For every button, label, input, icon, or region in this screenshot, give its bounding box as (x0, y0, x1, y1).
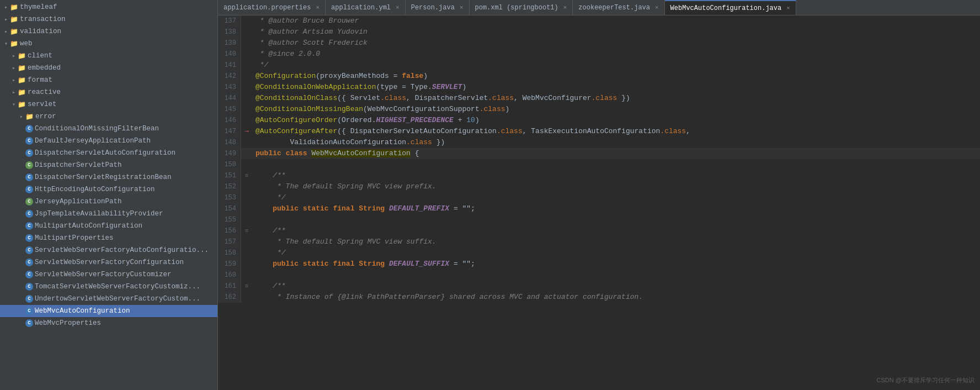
line-number: 140 (218, 49, 241, 60)
tree-item-ServletWebServerFactoryCustomizer[interactable]: CServletWebServerFactoryCustomizer (0, 268, 217, 281)
tree-item-HttpEncodingAutoConfiguration[interactable]: CHttpEncodingAutoConfiguration (0, 183, 217, 196)
code-row: 143@ConditionalOnWebApplication(type = T… (218, 82, 980, 93)
tab-webmvc-config[interactable]: WebMvcAutoConfiguration.java× (665, 0, 796, 15)
tab-zookeeper-test[interactable]: zookeeperTest.java× (573, 0, 664, 15)
tree-item-TomcatServletWebServerFactoryCustomiz[interactable]: CTomcatServletWebServerFactoryCustomiz..… (0, 281, 217, 293)
line-gutter (241, 137, 252, 148)
folder-icon: 📁 (18, 88, 26, 97)
line-content: */ (252, 247, 980, 259)
line-content: public class WebMvcAutoConfiguration { (252, 148, 980, 159)
tree-item-DispatcherServletAutoConfiguration[interactable]: CDispatcherServletAutoConfiguration (0, 147, 217, 159)
fold-icon[interactable]: ≡ (245, 172, 249, 179)
tree-item-ConditionalOnMissingFilterBean[interactable]: CConditionalOnMissingFilterBean (0, 123, 217, 135)
tree-item-DispatcherServletRegistrationBean[interactable]: CDispatcherServletRegistrationBean (0, 171, 217, 183)
tree-item-WebMvcAutoConfiguration[interactable]: CWebMvcAutoConfiguration (0, 305, 217, 317)
tree-item-error[interactable]: ▸📁error (0, 110, 217, 123)
tree-item-MultipartAutoConfiguration[interactable]: CMultipartAutoConfiguration (0, 220, 217, 232)
tab-close-button[interactable]: × (316, 4, 319, 11)
tree-item-MultipartProperties[interactable]: CMultipartProperties (0, 232, 217, 244)
class-icon: C (25, 210, 33, 218)
line-gutter (241, 214, 252, 225)
tab-person-java[interactable]: Person.java× (406, 0, 470, 15)
line-number: 153 (218, 192, 241, 203)
line-number: 154 (218, 203, 241, 214)
tab-close-button[interactable]: × (460, 4, 464, 11)
folder-icon: 📁 (10, 3, 18, 12)
tree-item-label: reactive (28, 88, 61, 96)
line-gutter (241, 192, 252, 203)
tab-app-properties[interactable]: application.properties× (218, 0, 326, 15)
line-content: @AutoConfigureOrder(Ordered.HIGHEST_PREC… (252, 115, 980, 126)
tree-item-DispatcherServletPath[interactable]: CDispatcherServletPath (0, 159, 217, 171)
tab-close-button[interactable]: × (396, 4, 400, 11)
tree-item-servlet[interactable]: ▾📁servlet (0, 98, 217, 110)
line-content: * @author Scott Frederick (252, 38, 980, 49)
line-number: 162 (218, 292, 241, 303)
code-row: 139 * @author Scott Frederick (218, 38, 980, 49)
class-icon: C (25, 246, 33, 254)
tree-item-transaction[interactable]: ▸📁transaction (0, 13, 217, 25)
line-content: */ (252, 60, 980, 71)
line-gutter (241, 159, 252, 170)
tree-item-JerseyApplicationPath[interactable]: CJerseyApplicationPath (0, 196, 217, 208)
tab-label: WebMvcAutoConfiguration.java (670, 4, 782, 12)
line-gutter (241, 49, 252, 60)
line-gutter (241, 38, 252, 49)
tab-app-yml[interactable]: application.yml× (326, 0, 406, 15)
line-number: 147 (218, 126, 241, 137)
line-number: 158 (218, 247, 241, 259)
line-gutter (241, 27, 252, 38)
line-number: 160 (218, 270, 241, 281)
folder-arrow-icon: ▸ (18, 113, 25, 120)
tab-close-button[interactable]: × (786, 5, 790, 12)
line-number: 142 (218, 71, 241, 82)
tree-item-label: embedded (28, 64, 61, 72)
line-gutter (241, 236, 252, 247)
tree-item-ServletWebServerFactoryAutoConfiguratio[interactable]: CServletWebServerFactoryAutoConfiguratio… (0, 244, 217, 256)
line-number: 146 (218, 115, 241, 126)
line-number: 161 (218, 281, 241, 292)
tree-item-JspTemplateAvailabilityProvider[interactable]: CJspTemplateAvailabilityProvider (0, 208, 217, 220)
fold-icon[interactable]: ≡ (245, 228, 249, 234)
tree-item-label: DispatcherServletAutoConfiguration (35, 149, 175, 157)
arrow-indicator-icon: → (244, 128, 248, 135)
tree-item-validation[interactable]: ▸📁validation (0, 25, 217, 38)
line-content: @ConditionalOnClass({ Servlet.class, Dis… (252, 93, 980, 104)
code-area[interactable]: 137 * @author Bruce Brouwer138 * @author… (218, 15, 980, 390)
tab-label: application.properties (223, 4, 311, 12)
folder-arrow-icon: ▸ (10, 65, 18, 71)
file-tree-panel[interactable]: ▸📁thymeleaf▸📁transaction▸📁validation▾📁we… (0, 0, 218, 390)
folder-icon: 📁 (25, 113, 34, 121)
code-row: 154 public static final String DEFAULT_P… (218, 203, 980, 214)
tree-item-embedded[interactable]: ▸📁embedded (0, 62, 217, 74)
tree-item-format[interactable]: ▸📁format (0, 74, 217, 86)
folder-icon: 📁 (10, 15, 18, 24)
tree-item-label: JspTemplateAvailabilityProvider (35, 210, 163, 218)
tree-item-ServletWebServerFactoryConfiguration[interactable]: CServletWebServerFactoryConfiguration (0, 256, 217, 268)
folder-arrow-icon: ▾ (10, 101, 18, 108)
code-row: 142@Configuration(proxyBeanMethods = fal… (218, 71, 980, 82)
tabs-bar[interactable]: application.properties×application.yml×P… (218, 0, 980, 15)
class-icon: C (25, 319, 33, 327)
folder-icon: 📁 (10, 40, 18, 48)
tree-item-thymeleaf[interactable]: ▸📁thymeleaf (0, 1, 217, 13)
tab-close-button[interactable]: × (563, 4, 567, 11)
line-number: 149 (218, 148, 241, 159)
fold-icon[interactable]: ≡ (245, 283, 249, 289)
tree-item-UndertowServletWebServerFactoryCustom[interactable]: CUndertowServletWebServerFactoryCustom..… (0, 293, 217, 305)
code-row: 138 * @author Artsiom Yudovin (218, 27, 980, 38)
tree-item-web[interactable]: ▾📁web (0, 38, 217, 50)
tree-item-reactive[interactable]: ▸📁reactive (0, 86, 217, 98)
tree-item-DefaultJerseyApplicationPath[interactable]: CDefaultJerseyApplicationPath (0, 135, 217, 147)
class-icon: C (25, 198, 33, 205)
tab-label: pom.xml (springboot1) (475, 4, 558, 12)
tree-item-client[interactable]: ▸📁client (0, 50, 217, 62)
tab-pom-xml[interactable]: pom.xml (springboot1)× (470, 0, 573, 15)
line-content: * @since 2.0.0 (252, 49, 980, 60)
tree-item-WebMvcProperties[interactable]: CWebMvcProperties (0, 317, 217, 329)
code-row: 146@AutoConfigureOrder(Ordered.HIGHEST_P… (218, 115, 980, 126)
tab-close-button[interactable]: × (655, 4, 659, 11)
line-gutter (241, 292, 252, 303)
tree-item-label: TomcatServletWebServerFactoryCustomiz... (35, 283, 200, 291)
line-content: */ (252, 192, 980, 203)
